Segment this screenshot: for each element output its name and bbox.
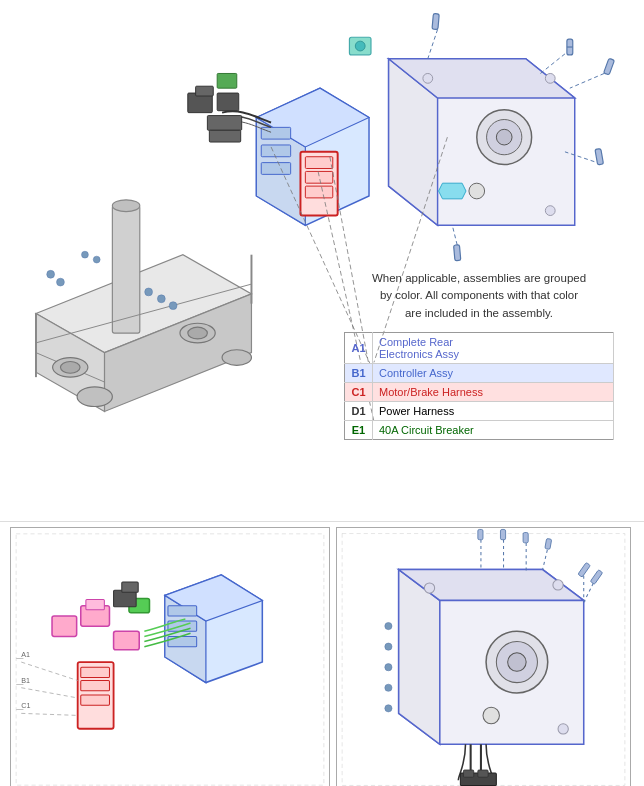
- svg-point-30: [423, 73, 433, 83]
- legend-label-a1: Complete RearElectronics Assy: [373, 332, 614, 363]
- legend-label-e1: 40A Circuit Breaker: [373, 420, 614, 439]
- svg-point-122: [385, 705, 392, 712]
- legend-label-d1: Power Harness: [373, 401, 614, 420]
- svg-rect-4: [112, 206, 139, 333]
- svg-point-104: [553, 580, 563, 590]
- svg-rect-58: [217, 93, 239, 111]
- svg-point-121: [385, 684, 392, 691]
- svg-point-5: [112, 200, 139, 212]
- svg-rect-113: [500, 529, 505, 539]
- svg-point-28: [496, 129, 512, 145]
- legend-table: A1 Complete RearElectronics Assy B1 Cont…: [344, 332, 614, 440]
- svg-point-18: [145, 288, 153, 296]
- legend-label-c1: Motor/Brake Harness: [373, 382, 614, 401]
- bottom-section: — — — A1 C1 B1: [0, 521, 644, 786]
- svg-rect-51: [261, 163, 290, 175]
- svg-rect-124: [463, 770, 473, 777]
- legend-row-e1: E1 40A Circuit Breaker: [345, 420, 614, 439]
- svg-rect-125: [478, 770, 488, 777]
- svg-point-11: [188, 327, 208, 339]
- svg-rect-112: [478, 529, 483, 539]
- svg-rect-59: [207, 116, 241, 131]
- bottom-right-diagram: [336, 527, 631, 786]
- svg-rect-84: [122, 582, 138, 592]
- svg-point-101: [508, 653, 527, 672]
- svg-point-13: [222, 350, 251, 366]
- svg-rect-57: [196, 86, 214, 96]
- svg-point-20: [169, 302, 177, 310]
- svg-text:A1: A1: [21, 651, 30, 659]
- svg-rect-73: [168, 636, 197, 646]
- svg-point-118: [385, 622, 392, 629]
- svg-point-32: [545, 206, 555, 216]
- svg-point-17: [57, 278, 65, 286]
- svg-rect-61: [217, 73, 237, 88]
- svg-rect-114: [523, 533, 528, 543]
- svg-rect-53: [305, 157, 332, 169]
- svg-point-9: [60, 361, 80, 373]
- svg-point-22: [93, 256, 100, 263]
- svg-text:B1: B1: [21, 677, 30, 685]
- svg-rect-80: [114, 631, 140, 649]
- svg-point-21: [82, 251, 89, 258]
- legend-row-d1: D1 Power Harness: [345, 401, 614, 420]
- svg-point-16: [47, 270, 55, 278]
- svg-text:C1: C1: [21, 702, 30, 710]
- svg-rect-71: [168, 606, 197, 616]
- legend-id-a1: A1: [345, 332, 373, 363]
- svg-point-19: [157, 295, 165, 303]
- legend-id-b1: B1: [345, 363, 373, 382]
- svg-rect-75: [81, 667, 110, 677]
- svg-point-105: [558, 724, 568, 734]
- legend-id-c1: C1: [345, 382, 373, 401]
- svg-rect-54: [305, 171, 332, 183]
- svg-point-12: [77, 387, 112, 407]
- svg-rect-50: [261, 145, 290, 157]
- legend-id-e1: E1: [345, 420, 373, 439]
- svg-rect-79: [86, 599, 104, 609]
- svg-rect-77: [81, 695, 110, 705]
- svg-point-31: [545, 73, 555, 83]
- svg-rect-49: [261, 127, 290, 139]
- svg-point-29: [469, 183, 485, 199]
- svg-point-103: [424, 583, 434, 593]
- bottom-left-diagram: — — — A1 C1 B1: [10, 527, 330, 786]
- svg-rect-43: [454, 245, 461, 261]
- legend-row-c1: C1 Motor/Brake Harness: [345, 382, 614, 401]
- info-section: When applicable, assemblies are grouped …: [344, 270, 614, 440]
- legend-label-b1: Controller Assy: [373, 363, 614, 382]
- svg-point-120: [385, 664, 392, 671]
- svg-point-45: [355, 41, 365, 51]
- assembly-note: When applicable, assemblies are grouped …: [344, 270, 614, 322]
- main-container: When applicable, assemblies are grouped …: [0, 0, 644, 786]
- legend-id-d1: D1: [345, 401, 373, 420]
- legend-row-a1: A1 Complete RearElectronics Assy: [345, 332, 614, 363]
- svg-point-102: [483, 707, 499, 723]
- svg-point-119: [385, 643, 392, 650]
- svg-rect-81: [52, 616, 77, 637]
- svg-rect-55: [305, 186, 332, 198]
- legend-row-b1: B1 Controller Assy: [345, 363, 614, 382]
- svg-rect-60: [209, 130, 240, 142]
- svg-rect-76: [81, 681, 110, 691]
- svg-rect-42: [432, 13, 439, 29]
